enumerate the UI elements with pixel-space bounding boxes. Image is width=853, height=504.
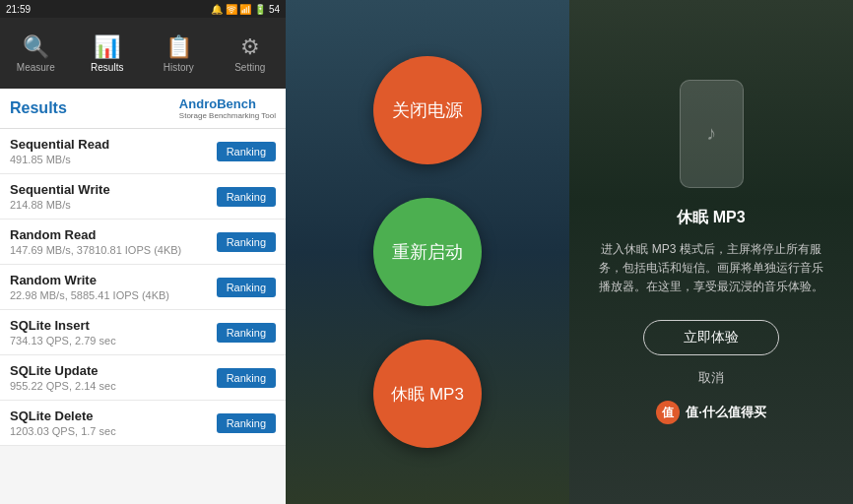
tab-setting[interactable]: ⚙ Setting <box>215 18 287 89</box>
ranking-button-seq-read[interactable]: Ranking <box>217 142 276 161</box>
result-name: Sequential Write <box>10 182 110 197</box>
result-info: SQLite Delete 1203.03 QPS, 1.7 sec <box>10 409 116 437</box>
result-item-sqlite-insert: SQLite Insert 734.13 QPS, 2.79 sec Ranki… <box>0 310 286 355</box>
ranking-button-sqlite-insert[interactable]: Ranking <box>217 323 276 343</box>
music-icon: ♪ <box>706 122 716 145</box>
tab-measure[interactable]: 🔍 Measure <box>0 18 72 89</box>
cancel-text[interactable]: 取消 <box>698 369 724 387</box>
result-value: 147.69 MB/s, 37810.81 IOPS (4KB) <box>10 244 181 256</box>
power-off-button[interactable]: 关闭电源 <box>373 56 482 164</box>
tab-results-label: Results <box>91 62 123 73</box>
result-value: 22.98 MB/s, 5885.41 IOPS (4KB) <box>10 289 169 301</box>
result-name: Random Write <box>10 273 169 287</box>
middle-panel: 关闭电源 重新启动 休眠 MP3 <box>286 0 569 504</box>
ranking-button-sqlite-update[interactable]: Ranking <box>217 368 276 388</box>
setting-icon: ⚙ <box>240 34 260 60</box>
ranking-button-seq-write[interactable]: Ranking <box>217 187 276 207</box>
tab-history[interactable]: 📋 History <box>143 18 215 89</box>
androbench-logo: AndroBench Storage Benchmarking Tool <box>179 96 276 120</box>
right-panel: ♪ 休眠 MP3 进入休眠 MP3 模式后，主屏将停止所有服务，包括电话和短信。… <box>569 0 853 504</box>
left-panel: 21:59 🔔 🛜 📶 🔋 54 🔍 Measure 📊 Results 📋 H… <box>0 0 286 504</box>
results-icon: 📊 <box>94 34 120 60</box>
ranking-button-sqlite-delete[interactable]: Ranking <box>217 413 276 433</box>
result-item-sqlite-delete: SQLite Delete 1203.03 QPS, 1.7 sec Ranki… <box>0 401 286 446</box>
result-item-sequential-write: Sequential Write 214.88 MB/s Ranking <box>0 174 286 220</box>
experience-button[interactable]: 立即体验 <box>643 320 779 355</box>
result-info: Sequential Read 491.85 MB/s <box>10 137 109 165</box>
result-info: Random Write 22.98 MB/s, 5885.41 IOPS (4… <box>10 273 169 301</box>
nav-tabs: 🔍 Measure 📊 Results 📋 History ⚙ Setting <box>0 18 286 89</box>
status-bar: 21:59 🔔 🛜 📶 🔋 54 <box>0 0 286 18</box>
result-info: SQLite Insert 734.13 QPS, 2.79 sec <box>10 318 116 346</box>
result-item-random-read: Random Read 147.69 MB/s, 37810.81 IOPS (… <box>0 220 286 265</box>
tab-results[interactable]: 📊 Results <box>72 18 144 89</box>
sleep-mp3-button[interactable]: 休眠 MP3 <box>373 340 482 448</box>
result-item-random-write: Random Write 22.98 MB/s, 5885.41 IOPS (4… <box>0 265 286 310</box>
tab-setting-label: Setting <box>234 62 265 73</box>
result-name: SQLite Insert <box>10 318 116 333</box>
result-info: Sequential Write 214.88 MB/s <box>10 182 110 211</box>
result-name: SQLite Update <box>10 363 116 378</box>
result-item-sequential-read: Sequential Read 491.85 MB/s Ranking <box>0 129 286 174</box>
result-item-sqlite-update: SQLite Update 955.22 QPS, 2.14 sec Ranki… <box>0 355 286 401</box>
right-description: 进入休眠 MP3 模式后，主屏将停止所有服务，包括电话和短信。画屏将单独运行音乐… <box>589 240 833 297</box>
result-name: SQLite Delete <box>10 409 116 423</box>
right-title: 休眠 MP3 <box>677 208 745 228</box>
measure-icon: 🔍 <box>23 34 49 60</box>
result-value: 955.22 QPS, 2.14 sec <box>10 380 116 392</box>
result-info: SQLite Update 955.22 QPS, 2.14 sec <box>10 363 116 392</box>
tab-measure-label: Measure <box>17 62 55 73</box>
results-list: Sequential Read 491.85 MB/s Ranking Sequ… <box>0 129 286 504</box>
ranking-button-rand-read[interactable]: Ranking <box>217 232 276 252</box>
result-value: 1203.03 QPS, 1.7 sec <box>10 425 116 437</box>
logo-sub: Storage Benchmarking Tool <box>179 111 276 120</box>
phone-image: ♪ <box>680 80 744 188</box>
result-value: 491.85 MB/s <box>10 154 109 165</box>
status-icons: 🔔 🛜 📶 🔋 54 <box>211 4 280 15</box>
watermark: 值 值·什么值得买 <box>656 401 766 424</box>
history-icon: 📋 <box>165 34 192 60</box>
status-time: 21:59 <box>6 4 31 15</box>
restart-button[interactable]: 重新启动 <box>373 198 482 306</box>
result-info: Random Read 147.69 MB/s, 37810.81 IOPS (… <box>10 227 181 256</box>
results-header: Results AndroBench Storage Benchmarking … <box>0 89 286 129</box>
result-name: Random Read <box>10 227 181 242</box>
result-value: 214.88 MB/s <box>10 199 110 211</box>
results-title: Results <box>10 99 67 117</box>
logo-name: AndroBench <box>179 96 256 111</box>
result-name: Sequential Read <box>10 137 109 152</box>
result-value: 734.13 QPS, 2.79 sec <box>10 335 116 346</box>
tab-history-label: History <box>164 62 194 73</box>
watermark-icon: 值 <box>656 401 680 424</box>
watermark-text: 值·什么值得买 <box>686 404 766 421</box>
ranking-button-rand-write[interactable]: Ranking <box>217 278 276 297</box>
